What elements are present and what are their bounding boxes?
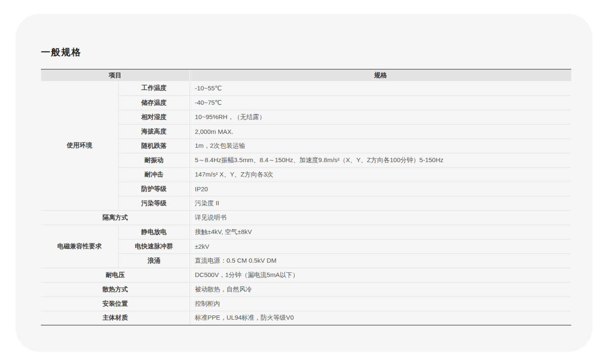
table-row: 耐电压 DC500V，1分钟（漏电流5mA以下） (41, 268, 571, 282)
value-cell: 2,000m MAX. (190, 124, 571, 139)
sub-item-cell: 工作温度 (118, 81, 190, 95)
sub-item-cell: 电快速脉冲群 (118, 239, 190, 253)
table-row: 电磁兼容性要求 静电放电 接触±4kV, 空气±8kV (41, 225, 571, 239)
spec-card: 一般规格 项目 规格 使用环境 工作温度 -10~55℃ 储存温度 -40~75… (16, 14, 592, 352)
table-row: 污染等级 污染度 II (41, 196, 571, 210)
spec-table: 项目 规格 使用环境 工作温度 -10~55℃ 储存温度 -40~75℃ 相对湿… (41, 69, 571, 326)
sub-item-cell: 相对湿度 (118, 110, 190, 124)
table-row: 海拔高度 2,000m MAX. (41, 124, 571, 139)
table-row: 电快速脉冲群 ±2kV (41, 239, 571, 253)
value-cell: 直流电源：0.5 CM 0.5kV DM (190, 253, 571, 268)
table-row: 隔离方式 详见说明书 (41, 210, 571, 225)
sub-item-cell: 污染等级 (118, 196, 190, 210)
value-cell: 标准PPE，UL94标准，防火等级V0 (190, 311, 571, 325)
item-cell-withstand-voltage: 耐电压 (41, 268, 190, 282)
sub-item-cell: 耐冲击 (118, 167, 190, 182)
value-cell: -10~55℃ (190, 81, 571, 95)
value-cell: IP20 (190, 182, 571, 196)
table-row: 防护等级 IP20 (41, 182, 571, 196)
table-row: 相对湿度 10~95%RH，（无结露） (41, 110, 571, 124)
value-cell: 接触±4kV, 空气±8kV (190, 225, 571, 239)
sub-item-cell: 储存温度 (118, 95, 190, 110)
table-row: 散热方式 被动散热，自然风冷 (41, 282, 571, 296)
sub-item-cell: 耐振动 (118, 153, 190, 167)
sub-item-cell: 静电放电 (118, 225, 190, 239)
table-row: 耐振动 5～8.4Hz振幅3.5mm、8.4～150Hz、加速度9.8m/s²（… (41, 153, 571, 167)
sub-item-cell: 防护等级 (118, 182, 190, 196)
table-row: 储存温度 -40~75℃ (41, 95, 571, 110)
table-row: 安装位置 控制柜内 (41, 296, 571, 311)
value-cell: 详见说明书 (190, 210, 571, 225)
table-header-row: 项目 规格 (41, 69, 571, 81)
sub-item-cell: 浪涌 (118, 253, 190, 268)
group-cell-emc: 电磁兼容性要求 (41, 225, 118, 268)
page-title: 一般规格 (41, 47, 81, 58)
value-cell: 5～8.4Hz振幅3.5mm、8.4～150Hz、加速度9.8m/s²（X、Y、… (190, 153, 571, 167)
item-cell-material: 主体材质 (41, 311, 190, 325)
table-row: 使用环境 工作温度 -10~55℃ (41, 81, 571, 95)
item-cell-mounting: 安装位置 (41, 296, 190, 311)
value-cell: 1m，2次包装运输 (190, 139, 571, 153)
value-cell: DC500V，1分钟（漏电流5mA以下） (190, 268, 571, 282)
sub-item-cell: 随机跌落 (118, 139, 190, 153)
item-cell-cooling: 散热方式 (41, 282, 190, 296)
sub-item-cell: 海拔高度 (118, 124, 190, 139)
value-cell: -40~75℃ (190, 95, 571, 110)
item-cell-isolation: 隔离方式 (41, 210, 190, 225)
table-row: 浪涌 直流电源：0.5 CM 0.5kV DM (41, 253, 571, 268)
value-cell: 10~95%RH，（无结露） (190, 110, 571, 124)
column-header-spec: 规格 (190, 69, 571, 81)
value-cell: 污染度 II (190, 196, 571, 210)
value-cell: 147m/s² X、Y、Z方向各3次 (190, 167, 571, 182)
column-header-item: 项目 (41, 69, 190, 81)
value-cell: 控制柜内 (190, 296, 571, 311)
table-row: 随机跌落 1m，2次包装运输 (41, 139, 571, 153)
table-row: 耐冲击 147m/s² X、Y、Z方向各3次 (41, 167, 571, 182)
value-cell: ±2kV (190, 239, 571, 253)
group-cell-environment: 使用环境 (41, 81, 118, 210)
value-cell: 被动散热，自然风冷 (190, 282, 571, 296)
table-row: 主体材质 标准PPE，UL94标准，防火等级V0 (41, 311, 571, 325)
